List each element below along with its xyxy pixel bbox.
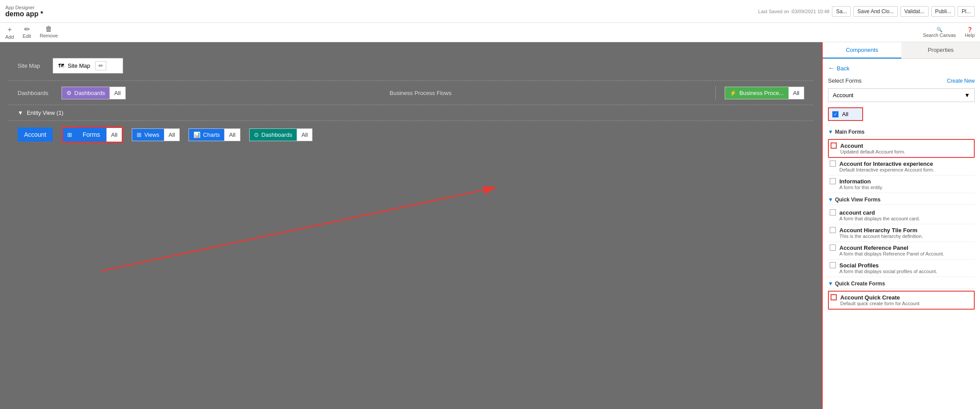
form-item-text: Account Hierarchy Tile FormThis is the a… <box>839 227 973 239</box>
add-label: Add <box>5 34 14 40</box>
form-item-text: AccountUpdated default Account form. <box>840 142 972 154</box>
site-map-box[interactable]: 🗺 Site Map ✏ <box>53 58 123 73</box>
form-item[interactable]: account cardA form that displays the acc… <box>828 207 975 224</box>
dashboards-box[interactable]: ⚙ Dashboards All <box>62 87 126 99</box>
form-item-text: InformationA form for this entity. <box>839 178 973 190</box>
entity-view-header: ▼ Entity View (1) <box>9 105 813 121</box>
views-icon: ⊞ <box>137 131 142 138</box>
edit-toolbar-item[interactable]: ✏ Edit <box>23 25 31 40</box>
search-canvas-btn[interactable]: 🔍 Search Canvas <box>923 27 956 38</box>
entity-view-toggle[interactable]: ▼ <box>18 110 23 116</box>
publish-btn[interactable]: Publi... <box>931 6 955 17</box>
form-checkbox[interactable] <box>830 227 836 233</box>
back-label: Back <box>837 65 849 72</box>
bpf-box[interactable]: ⚡ Business Proce... All <box>725 87 804 99</box>
entity-dashboards-box[interactable]: ⊙ Dashboards All <box>249 128 313 141</box>
all-checkbox-row[interactable]: All <box>828 107 863 121</box>
charts-icon: 📊 <box>193 131 200 138</box>
form-item-text: Account for Interactive experienceDefaul… <box>839 161 973 172</box>
search-icon: 🔍 <box>936 27 943 33</box>
quick-view-chevron-icon: ▼ <box>828 197 833 203</box>
form-checkbox[interactable] <box>830 262 836 268</box>
validate-btn[interactable]: Validat... <box>900 6 929 17</box>
form-item[interactable]: Account for Interactive experienceDefaul… <box>828 158 975 175</box>
form-checkbox[interactable] <box>830 209 836 215</box>
toolbar: ＋ Add ✏ Edit 🗑 Remove 🔍 Search Canvas ❓ … <box>0 23 980 42</box>
tab-components[interactable]: Components <box>823 42 901 58</box>
select-forms-header: Select Forms Create New <box>828 77 975 84</box>
canvas-content: Site Map 🗺 Site Map ✏ Dashboards ⚙ Dashb… <box>0 42 822 409</box>
form-item[interactable]: Account Hierarchy Tile FormThis is the a… <box>828 224 975 242</box>
save-info: Last Saved on :03/09/2021 10:48 <box>758 9 829 14</box>
toolbar-left: ＋ Add ✏ Edit 🗑 Remove <box>5 25 58 40</box>
form-item-text: Social ProfilesA form that displays soci… <box>839 262 973 274</box>
create-new-btn[interactable]: Create New <box>947 78 975 84</box>
form-checkbox[interactable] <box>831 142 837 149</box>
form-item-name: Social Profiles <box>839 262 973 269</box>
dashboards-icon-part: ⚙ Dashboards <box>62 87 109 99</box>
entity-dashboards-all: All <box>297 129 312 141</box>
bpf-label: Business Process Flows <box>134 90 707 96</box>
forms-box[interactable]: ⊞ Forms All <box>62 126 123 143</box>
remove-toolbar-item[interactable]: 🗑 Remove <box>40 25 58 40</box>
save-and-close-btn[interactable]: Save And Clo... <box>853 6 898 17</box>
form-item-text: Account Quick CreateDefault quick create… <box>840 294 972 306</box>
main-forms-label: Main Forms <box>835 129 864 135</box>
add-toolbar-item[interactable]: ＋ Add <box>5 25 14 40</box>
entity-view-label: Entity View (1) <box>27 110 64 116</box>
forms-icon-part: ⊞ <box>63 128 76 142</box>
charts-icon-part: 📊 Charts <box>189 129 224 141</box>
top-bar-actions: Last Saved on :03/09/2021 10:48 Sa... Sa… <box>758 6 975 17</box>
quick-create-forms-section-header[interactable]: ▼ Quick Create Forms <box>828 277 975 289</box>
quick-view-forms-section-header[interactable]: ▼ Quick View Forms <box>828 193 975 205</box>
entity-row: Account ⊞ Forms All ⊞ Views All <box>9 121 813 148</box>
entity-dashboards-text: Dashboards <box>261 131 292 138</box>
views-box[interactable]: ⊞ Views All <box>132 128 180 141</box>
account-button[interactable]: Account <box>18 128 53 142</box>
play-btn[interactable]: Pl... <box>958 6 975 17</box>
views-all: All <box>164 129 179 141</box>
entity-dropdown[interactable]: Account ▼ <box>828 88 975 102</box>
save-btn[interactable]: Sa... <box>832 6 851 17</box>
quick-create-forms-list: Account Quick CreateDefault quick create… <box>828 291 975 310</box>
app-info: App Designer demo app * <box>5 5 43 18</box>
views-icon-part: ⊞ Views <box>132 129 163 141</box>
form-checkbox[interactable] <box>830 178 836 184</box>
form-checkbox[interactable] <box>831 294 837 300</box>
form-item[interactable]: AccountUpdated default Account form. <box>828 139 975 158</box>
back-arrow-icon: ← <box>828 64 835 72</box>
form-item-desc: Updated default Account form. <box>840 149 972 154</box>
form-checkbox[interactable] <box>830 161 836 167</box>
main-forms-list: AccountUpdated default Account form.Acco… <box>828 139 975 193</box>
form-item-name: Account Quick Create <box>840 294 972 301</box>
form-item-desc: Default Interactive experience Account f… <box>839 167 973 172</box>
form-item[interactable]: Account Reference PanelA form that displ… <box>828 242 975 259</box>
site-map-icon: 🗺 <box>58 62 64 69</box>
back-button[interactable]: ← Back <box>828 64 975 72</box>
form-checkbox[interactable] <box>830 245 836 251</box>
main-layout: Site Map 🗺 Site Map ✏ Dashboards ⚙ Dashb… <box>0 42 980 409</box>
form-item-desc: Default quick create form for Account <box>840 301 972 306</box>
bpf-separator <box>715 86 716 99</box>
search-canvas-label: Search Canvas <box>923 33 956 38</box>
main-forms-section-header[interactable]: ▼ Main Forms <box>828 125 975 137</box>
bpf-text: Business Proce... <box>739 90 784 96</box>
form-item-name: account card <box>839 209 973 216</box>
forms-label: Forms <box>76 128 106 142</box>
charts-box[interactable]: 📊 Charts All <box>189 128 240 141</box>
panel-tabs: Components Properties <box>823 42 980 59</box>
form-item[interactable]: InformationA form for this entity. <box>828 175 975 193</box>
help-btn[interactable]: ❓ Help <box>965 27 975 38</box>
dashboards-bpf-row: Dashboards ⚙ Dashboards All Business Pro… <box>9 81 813 105</box>
tab-properties[interactable]: Properties <box>901 42 980 58</box>
form-item[interactable]: Account Quick CreateDefault quick create… <box>828 291 975 310</box>
quick-create-forms-label: Quick Create Forms <box>835 281 885 287</box>
form-item-desc: A form that displays the account card. <box>839 216 973 221</box>
entity-dropdown-value: Account <box>833 92 853 99</box>
all-checkbox-label: All <box>842 111 848 117</box>
app-name: demo app * <box>5 10 43 18</box>
form-item-name: Account for Interactive experience <box>839 161 973 167</box>
form-item[interactable]: Social ProfilesA form that displays soci… <box>828 259 975 277</box>
all-checkbox[interactable] <box>832 111 838 117</box>
site-map-edit-btn[interactable]: ✏ <box>95 61 106 70</box>
